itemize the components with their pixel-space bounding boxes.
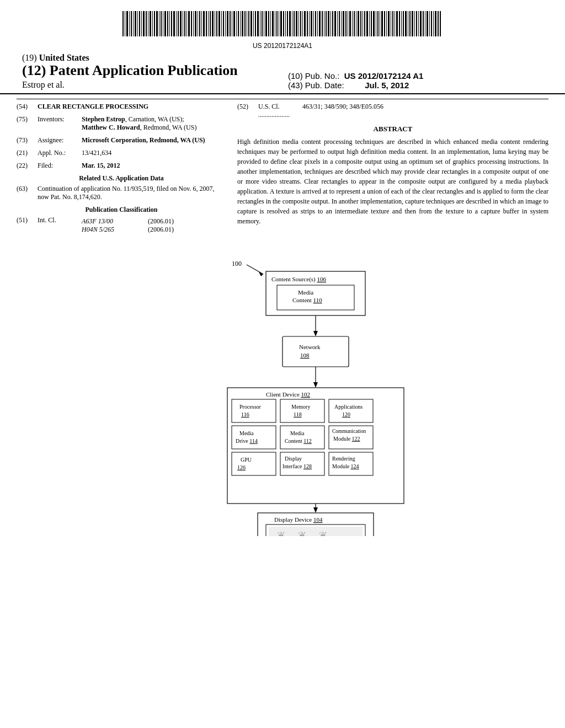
svg-rect-25 bbox=[173, 11, 175, 36]
content-source-label: Content Source(s) 106 bbox=[271, 276, 326, 283]
svg-rect-59 bbox=[247, 11, 247, 36]
country-label: (19) United States bbox=[22, 53, 277, 63]
gpu-label: GPU bbox=[241, 457, 252, 463]
svg-rect-31 bbox=[186, 11, 187, 36]
svg-rect-7 bbox=[135, 11, 136, 36]
svg-rect-24 bbox=[171, 11, 172, 36]
svg-rect-14 bbox=[150, 11, 151, 36]
svg-rect-28 bbox=[180, 11, 182, 36]
int-cl-date-2: (2006.01) bbox=[148, 226, 192, 234]
svg-rect-27 bbox=[178, 11, 179, 36]
svg-rect-142 bbox=[425, 11, 425, 36]
media-content-112-num: Content 112 bbox=[285, 438, 312, 444]
svg-rect-114 bbox=[364, 11, 365, 36]
svg-rect-45 bbox=[216, 11, 217, 36]
svg-rect-23 bbox=[169, 11, 170, 36]
svg-rect-75 bbox=[280, 11, 282, 36]
svg-rect-133 bbox=[405, 11, 407, 36]
field-51: (51) Int. Cl. A63F 13/00 (2006.01) H04N … bbox=[17, 216, 226, 234]
field-63-num: (63) bbox=[17, 185, 38, 193]
svg-rect-8 bbox=[137, 11, 138, 36]
svg-rect-116 bbox=[369, 11, 370, 36]
svg-rect-60 bbox=[248, 11, 249, 36]
svg-rect-123 bbox=[384, 11, 385, 36]
field-63-value: Continuation of application No. 11/935,5… bbox=[38, 185, 226, 201]
svg-rect-12 bbox=[146, 11, 147, 36]
svg-rect-87 bbox=[307, 11, 308, 36]
svg-rect-111 bbox=[358, 11, 359, 36]
svg-rect-88 bbox=[309, 11, 310, 36]
svg-rect-51 bbox=[230, 11, 231, 36]
svg-rect-1 bbox=[122, 11, 124, 36]
svg-rect-82 bbox=[296, 11, 297, 36]
svg-rect-68 bbox=[265, 11, 267, 36]
svg-rect-47 bbox=[221, 11, 222, 36]
svg-rect-4 bbox=[129, 11, 130, 36]
network-label: Network bbox=[299, 344, 321, 350]
svg-rect-53 bbox=[233, 11, 235, 36]
svg-rect-146 bbox=[433, 11, 434, 36]
svg-rect-129 bbox=[396, 11, 398, 36]
svg-rect-135 bbox=[409, 11, 411, 36]
svg-rect-101 bbox=[337, 11, 338, 36]
svg-rect-86 bbox=[304, 11, 306, 36]
svg-rect-128 bbox=[395, 11, 395, 36]
int-cl-row-2: H04N 5/265 (2006.01) bbox=[82, 226, 226, 234]
field-51-num: (51) bbox=[17, 216, 38, 224]
svg-rect-137 bbox=[414, 11, 415, 36]
svg-rect-30 bbox=[184, 11, 185, 36]
svg-rect-21 bbox=[164, 11, 166, 36]
svg-rect-69 bbox=[268, 11, 269, 36]
svg-rect-85 bbox=[302, 11, 303, 36]
field-73: (73) Assignee: Microsoft Corporation, Re… bbox=[17, 136, 226, 144]
memory-label: Memory bbox=[291, 404, 310, 410]
svg-rect-81 bbox=[294, 11, 295, 36]
svg-rect-141 bbox=[423, 11, 424, 36]
svg-rect-39 bbox=[203, 11, 205, 36]
svg-rect-72 bbox=[275, 11, 275, 36]
svg-rect-138 bbox=[416, 11, 417, 36]
svg-rect-93 bbox=[319, 11, 321, 36]
media-drive-114-label: Drive 114 bbox=[236, 438, 258, 444]
diagram-label-100: 100 bbox=[232, 260, 242, 267]
svg-rect-83 bbox=[299, 11, 299, 36]
svg-rect-94 bbox=[322, 11, 323, 36]
svg-rect-37 bbox=[199, 11, 200, 36]
svg-rect-66 bbox=[262, 11, 263, 36]
field-54-value: CLEAR RECTANGLE PROCESSING bbox=[38, 103, 226, 111]
rendering-label: Rendering bbox=[332, 456, 355, 462]
svg-rect-9 bbox=[139, 11, 140, 36]
svg-rect-5 bbox=[131, 11, 132, 36]
svg-rect-132 bbox=[403, 11, 404, 36]
communication-module-122-label: Module 122 bbox=[333, 436, 360, 442]
field-75: (75) Inventors: Stephen Estrop, Carnatio… bbox=[17, 115, 226, 132]
field-51-value: A63F 13/00 (2006.01) H04N 5/265 (2006.01… bbox=[82, 216, 226, 234]
field-75-value: Stephen Estrop, Carnation, WA (US); Matt… bbox=[82, 115, 226, 132]
svg-rect-79 bbox=[289, 11, 291, 36]
header-right: (10) Pub. No.: US 2012/0172124 A1 (43) P… bbox=[277, 53, 543, 90]
left-column: (54) CLEAR RECTANGLE PROCESSING (75) Inv… bbox=[17, 103, 226, 238]
field-52-value: 463/31; 348/590; 348/E05.056 bbox=[302, 103, 548, 119]
svg-rect-61 bbox=[250, 11, 252, 36]
svg-rect-113 bbox=[363, 11, 363, 36]
svg-rect-0 bbox=[117, 10, 448, 38]
svg-rect-126 bbox=[391, 11, 391, 36]
svg-rect-19 bbox=[161, 11, 162, 36]
svg-rect-36 bbox=[198, 11, 198, 36]
svg-rect-103 bbox=[341, 11, 342, 36]
applications-box bbox=[329, 399, 373, 422]
svg-rect-119 bbox=[376, 11, 376, 36]
svg-rect-118 bbox=[373, 11, 375, 36]
display-device-label: Display Device 104 bbox=[274, 516, 323, 523]
svg-rect-140 bbox=[420, 11, 422, 36]
svg-rect-38 bbox=[201, 11, 202, 36]
svg-rect-54 bbox=[236, 11, 237, 36]
svg-rect-136 bbox=[412, 11, 413, 36]
svg-rect-2 bbox=[125, 11, 125, 36]
svg-rect-143 bbox=[427, 11, 428, 36]
svg-rect-76 bbox=[283, 11, 284, 36]
svg-rect-55 bbox=[238, 11, 239, 36]
media-content-110-label: Content 110 bbox=[292, 297, 322, 303]
svg-rect-90 bbox=[313, 11, 314, 36]
svg-rect-92 bbox=[317, 11, 318, 36]
